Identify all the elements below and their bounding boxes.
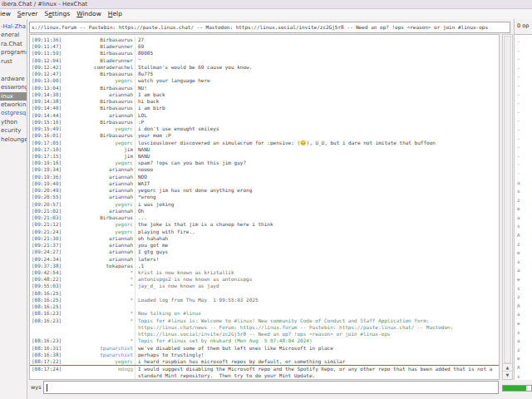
userlist-nick-fragment[interactable]: e — [515, 275, 532, 284]
chat-line: [09:21:24]yegorcplaying with fire.. — [30, 229, 499, 235]
userlist-nick-fragment[interactable]: - — [515, 72, 532, 81]
userlist-nick-fragment[interactable]: - — [515, 37, 532, 47]
userlist-nick-fragment[interactable]: A — [515, 302, 532, 311]
chat-line: [09:14:40]Birbasaurusi am birb — [30, 105, 499, 111]
chat-line: [08:17:24]mdoggI would suggest disabling… — [30, 365, 499, 372]
channel-tree-item-ecurity[interactable]: ecurity — [0, 126, 27, 135]
window-titlebar[interactable]: ibera.Chat / #linux - HexChat — [0, 0, 532, 9]
userlist-nick-fragment[interactable]: s — [515, 284, 532, 293]
chat-scrollbar[interactable]: ▲ ▼ — [502, 34, 513, 380]
timestamp: [09:24:34] — [30, 256, 62, 263]
channel-tree-item-etworkin[interactable]: etworkin — [0, 101, 27, 109]
userlist-nick-fragment[interactable]: a — [515, 214, 532, 223]
userlist-nick-fragment[interactable]: · — [515, 160, 532, 170]
userlist-nick-fragment[interactable]: s — [515, 328, 532, 337]
nick: ariannah — [62, 249, 133, 255]
nick: jim — [62, 146, 133, 153]
channel-tree-item-ardware[interactable]: ardware — [0, 75, 27, 83]
chat-area[interactable]: [09:11:36]Birbasaurus27[09:11:47]Bladeru… — [29, 34, 500, 380]
menu-window[interactable]: Window — [76, 9, 101, 19]
userlist-nick-fragment[interactable]: - — [515, 108, 532, 117]
menu-server[interactable]: Server — [17, 9, 38, 19]
userlist-nick-fragment[interactable]: s — [515, 222, 532, 231]
chat-line: [09:37:38]tokaparas,1 — [30, 263, 499, 269]
nick: ariannah — [62, 112, 133, 119]
message-text: WAIT — [135, 180, 499, 187]
message-text: Oh — [135, 208, 499, 214]
userlist-nick-fragment[interactable]: - — [515, 99, 532, 108]
userlist-nick-fragment[interactable]: e — [515, 319, 532, 328]
userlist-nick-fragment[interactable]: e — [515, 204, 532, 214]
userlist-nick-fragment[interactable]: s — [515, 258, 532, 267]
userlist-nick-fragment[interactable]: A — [515, 363, 532, 372]
message-text: hi back — [135, 98, 499, 105]
userlist-nick-fragment[interactable]: a — [515, 337, 532, 346]
userlist-nick-fragment[interactable]: s — [515, 372, 532, 380]
message-text: I am back — [135, 91, 499, 98]
userlist-nick-fragment[interactable]: s — [515, 187, 532, 196]
userlist-nick-fragment[interactable]: a — [515, 310, 532, 319]
message-text: NOO — [135, 174, 499, 180]
userlist-nick-fragment[interactable]: - — [515, 47, 532, 56]
chat-line: [09:24:27]ariannahI gtg guys — [30, 249, 499, 255]
userlist-nick-fragment[interactable]: - — [515, 116, 532, 126]
message-text: watch your language here — [135, 77, 499, 84]
scrollbar-thumb[interactable] — [504, 36, 511, 363]
channel-tree-item-ostgresq[interactable]: ostgresq — [0, 109, 27, 117]
userlist-count-button[interactable]: 0 op — [514, 19, 532, 34]
chat-line: [09:13:00]yegorcwatch your language here — [30, 77, 499, 84]
nick: Birbasaurus — [62, 50, 133, 57]
nick: Birbasaurus — [62, 119, 133, 126]
userlist-nick-fragment[interactable]: - — [515, 135, 532, 144]
menu-help[interactable]: Help — [108, 9, 122, 19]
menu-iew[interactable]: iew — [0, 9, 11, 19]
userlist-nick-fragment[interactable]: - — [515, 55, 532, 64]
userlist-nick-fragment[interactable]: - — [515, 152, 532, 161]
channel-tree-item-HalZha[interactable]: -Hal-Zha — [0, 22, 27, 31]
channel-tree-item-raChat[interactable]: ra.Chat — [0, 40, 27, 48]
message-text: oh hahahah — [135, 235, 499, 242]
userlist-nick-fragment[interactable]: - — [515, 64, 532, 73]
user-list[interactable]: --------------··aszeasAzesaeszAaesazeAsa — [514, 34, 532, 380]
message-text: ,1 — [135, 263, 499, 269]
userlist-nick-fragment[interactable]: e — [515, 354, 532, 363]
message-text: https://linux.chat/news -- Forum: https:… — [135, 324, 499, 331]
channel-tree-item-rust[interactable]: rust — [0, 57, 27, 66]
channel-tree-item-ython[interactable]: ython — [0, 118, 27, 126]
message-text: playing with fire.. — [135, 229, 499, 235]
userlist-nick-fragment[interactable]: e — [515, 249, 532, 258]
channel-tree-item-helounge[interactable]: helounge — [0, 135, 27, 144]
message-text: NANU — [135, 146, 499, 153]
userlist-nick-fragment[interactable]: z — [515, 293, 532, 302]
userlist-nick-fragment[interactable]: - — [515, 91, 532, 100]
userlist-nick-fragment[interactable]: A — [515, 231, 532, 240]
timestamp: [09:21:12] — [30, 221, 62, 228]
chat-line: [09:19:36]ariannahNOO — [30, 174, 499, 180]
userlist-nick-fragment[interactable]: a — [515, 179, 532, 188]
nick: Birbasaurus — [62, 37, 133, 43]
message-input[interactable] — [43, 381, 499, 394]
userlist-nick-fragment[interactable]: - — [515, 143, 532, 152]
scroll-down-icon[interactable]: ▼ — [503, 371, 512, 379]
message-text: 8u775 — [135, 71, 499, 77]
userlist-nick-fragment[interactable]: a — [515, 266, 532, 275]
channel-tree-item-programm[interactable]: programm — [0, 48, 27, 57]
message-text: laters! — [135, 256, 499, 263]
timestamp: [09:17:15] — [30, 153, 62, 160]
timestamp: [09:12:47] — [30, 71, 62, 77]
userlist-nick-fragment[interactable]: - — [515, 126, 532, 135]
userlist-nick-fragment[interactable]: z — [515, 346, 532, 355]
menu-settings[interactable]: Settings — [44, 9, 70, 19]
nick: ariannah — [62, 166, 133, 173]
chat-line: [09:21:12]yegorcthe joke is that jim is … — [30, 221, 499, 228]
userlist-nick-fragment[interactable]: · — [515, 170, 532, 179]
nick: yegorc — [62, 160, 133, 166]
channel-tree-item-esswrong[interactable]: esswrong — [0, 83, 27, 91]
channel-tree-item-eneral[interactable]: eneral — [0, 31, 27, 39]
userlist-nick-fragment[interactable]: - — [515, 81, 532, 91]
chat-line: [08:16:38]tpanarchistperhaps to trusting… — [30, 352, 499, 358]
userlist-nick-fragment[interactable]: z — [515, 240, 532, 249]
userlist-nick-fragment[interactable]: z — [515, 196, 532, 205]
channel-tree-item-inux[interactable]: inux — [0, 92, 27, 101]
topic-input[interactable]: s://linux.forum -- Pastebin: https://pas… — [29, 22, 510, 33]
